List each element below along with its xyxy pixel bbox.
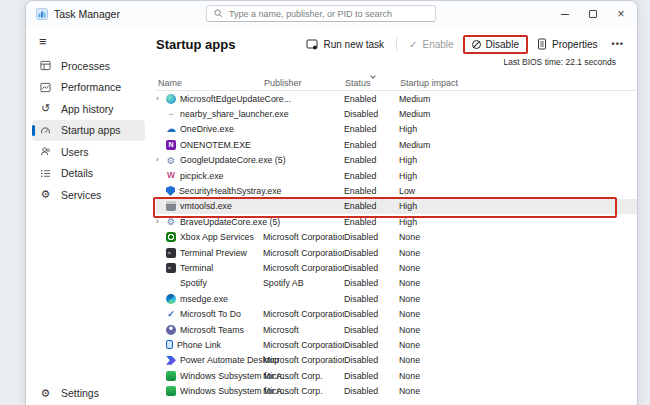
- last-bios-time: Last BIOS time: 22.1 seconds: [156, 57, 637, 73]
- close-icon: ×: [617, 8, 624, 20]
- phone-link-icon: [166, 340, 173, 349]
- table-row[interactable]: ›⚙BraveUpdateCore.exe (5)EnabledHigh: [156, 214, 637, 229]
- cell-status: Enabled: [344, 155, 399, 165]
- app-name: Phone Link: [177, 340, 221, 350]
- cell-name: Power Automate Desktop: [156, 355, 263, 365]
- app-name: MicrosoftEdgeUpdateCore...: [180, 94, 291, 104]
- cell-publisher: Microsoft Corporation: [263, 232, 344, 242]
- cell-publisher: Microsoft Corporation: [263, 355, 344, 365]
- sidebar-item-users[interactable]: Users: [32, 141, 145, 163]
- cell-publisher: Microsoft: [263, 325, 344, 335]
- sidebar-item-app-history[interactable]: ↺ App history: [32, 98, 145, 120]
- cell-name: Microsoft Teams: [156, 325, 263, 335]
- cell-startup-impact: None: [399, 232, 637, 242]
- table-row[interactable]: ›MicrosoftEdgeUpdateCore...EnabledMedium: [156, 91, 637, 106]
- table-row[interactable]: ›⚙GoogleUpdateCore.exe (5)EnabledHigh: [156, 153, 637, 168]
- sidebar-item-services[interactable]: ⚙ Services: [32, 184, 145, 206]
- cell-startup-impact: None: [399, 248, 637, 258]
- expand-chevron-icon[interactable]: ›: [156, 156, 162, 164]
- table-row[interactable]: Microsoft TeamsMicrosoftDisabledNone: [156, 322, 637, 337]
- cell-status: Enabled: [344, 186, 399, 196]
- cell-startup-impact: High: [399, 201, 637, 211]
- table-row[interactable]: ✓Microsoft To DoMicrosoft CorporationDis…: [156, 306, 637, 321]
- column-header-startup-impact[interactable]: Startup impact: [399, 78, 637, 88]
- properties-button[interactable]: Properties: [531, 35, 604, 53]
- table-row[interactable]: Windows Subsystem for A...Microsoft Corp…: [156, 383, 637, 398]
- gear-icon: ⚙: [39, 387, 52, 400]
- app-name: Xbox App Services: [180, 232, 254, 242]
- startup-apps-icon: [39, 125, 52, 136]
- terminal-icon: >: [166, 248, 176, 258]
- run-new-task-button[interactable]: Run new task: [300, 35, 390, 53]
- check-icon: ✓: [409, 39, 417, 50]
- table-row[interactable]: SpotifySpotify ABDisabledNone: [156, 276, 637, 291]
- table-row[interactable]: −nearby_share_launcher.exeDisabledMedium: [156, 106, 637, 121]
- table-row[interactable]: ☁OneDrive.exeEnabledHigh: [156, 122, 637, 137]
- minimize-button[interactable]: [551, 1, 579, 27]
- sidebar-item-performance[interactable]: Performance: [32, 77, 145, 99]
- security-health-icon: [166, 186, 175, 196]
- cell-name: ›⚙GoogleUpdateCore.exe (5): [156, 155, 263, 165]
- app-name: Microsoft To Do: [180, 309, 241, 319]
- wsa-icon: [166, 386, 176, 396]
- table-row[interactable]: Windows Subsystem for A...Microsoft Corp…: [156, 368, 637, 383]
- expand-chevron-icon[interactable]: ›: [156, 95, 162, 103]
- toolbar-divider: [396, 37, 397, 51]
- cell-status: Disabled: [344, 294, 399, 304]
- more-options-button[interactable]: •••: [607, 36, 629, 52]
- cell-startup-impact: None: [399, 294, 637, 304]
- cell-status: Disabled: [344, 232, 399, 242]
- users-icon: [39, 146, 52, 157]
- cell-status: Disabled: [344, 371, 399, 381]
- hamburger-icon: ≡: [39, 34, 47, 49]
- cell-status: Enabled: [344, 201, 399, 211]
- table-row[interactable]: Power Automate DesktopMicrosoft Corporat…: [156, 353, 637, 368]
- navigation-menu-button[interactable]: ≡: [39, 34, 55, 49]
- column-header-status[interactable]: Status: [344, 78, 399, 88]
- edge-icon: [166, 294, 176, 304]
- sidebar-item-label: Startup apps: [61, 124, 121, 136]
- sidebar-item-processes[interactable]: Processes: [32, 55, 145, 77]
- maximize-button[interactable]: [579, 1, 607, 27]
- cell-name: Windows Subsystem for A...: [156, 386, 263, 396]
- cell-name: >Terminal: [156, 263, 263, 273]
- sidebar-item-details[interactable]: Details: [32, 163, 145, 185]
- cell-name: −nearby_share_launcher.exe: [156, 109, 263, 119]
- cell-startup-impact: High: [399, 171, 637, 181]
- picpick-icon: W: [166, 171, 176, 181]
- column-header-name[interactable]: Name: [156, 78, 263, 88]
- run-new-task-label: Run new task: [323, 39, 384, 50]
- cell-publisher: Microsoft Corp.: [263, 386, 344, 396]
- table-row[interactable]: Xbox App ServicesMicrosoft CorporationDi…: [156, 230, 637, 245]
- sidebar-item-startup-apps[interactable]: Startup apps: [32, 120, 145, 142]
- run-new-task-icon: [306, 38, 318, 50]
- table-row[interactable]: >TerminalMicrosoft CorporationDisabledNo…: [156, 260, 637, 275]
- table-row[interactable]: SecurityHealthSystray.exeEnabledLow: [156, 183, 637, 198]
- sidebar: ≡ Processes Performance ↺ App history: [26, 27, 151, 405]
- enable-button[interactable]: ✓ Enable: [403, 36, 460, 53]
- toolbar: Run new task ✓ Enable Disable: [300, 35, 629, 54]
- disable-button[interactable]: Disable: [472, 39, 519, 50]
- column-header-publisher[interactable]: Publisher: [263, 78, 344, 88]
- cell-startup-impact: Medium: [399, 109, 637, 119]
- search-input[interactable]: Type a name, publisher, or PID to search: [206, 5, 436, 22]
- sidebar-item-label: Services: [61, 189, 101, 201]
- cell-startup-impact: None: [399, 355, 637, 365]
- cell-status: Disabled: [344, 248, 399, 258]
- table-row[interactable]: >Terminal PreviewMicrosoft CorporationDi…: [156, 245, 637, 260]
- column-header-status-label: Status: [345, 78, 371, 88]
- table-row[interactable]: vmtoolsd.exeEnabledHigh: [156, 199, 637, 214]
- table-row[interactable]: msedge.exeDisabledNone: [156, 291, 637, 306]
- table-row[interactable]: NONENOTEM.EXEEnabledMedium: [156, 137, 637, 152]
- cell-name: ✓Microsoft To Do: [156, 309, 263, 319]
- cell-startup-impact: None: [399, 263, 637, 273]
- table-row[interactable]: Wpicpick.exeEnabledHigh: [156, 168, 637, 183]
- cell-status: Disabled: [344, 278, 399, 288]
- google-update-icon: ⚙: [166, 155, 176, 165]
- close-button[interactable]: ×: [607, 1, 635, 27]
- table-header: Name Publisher Status Startup impact: [156, 75, 637, 91]
- services-icon: ⚙: [39, 188, 52, 201]
- expand-chevron-icon[interactable]: ›: [156, 218, 162, 226]
- sidebar-item-settings[interactable]: ⚙ Settings: [32, 383, 145, 405]
- table-row[interactable]: Phone LinkMicrosoft CorporationDisabledN…: [156, 337, 637, 352]
